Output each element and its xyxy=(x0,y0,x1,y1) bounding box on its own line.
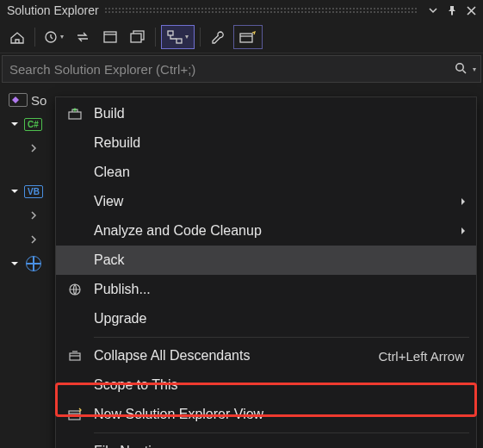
search-row: ▾ xyxy=(2,55,481,83)
properties-button[interactable] xyxy=(206,25,230,49)
menu-item-pack[interactable]: Pack xyxy=(56,246,476,275)
pin-icon[interactable] xyxy=(443,2,461,19)
window-button[interactable] xyxy=(98,25,122,49)
menu-separator xyxy=(94,432,469,433)
context-menu: Build Rebuild Clean View Analyze and Cod… xyxy=(55,96,477,448)
svg-rect-5 xyxy=(168,31,173,35)
svg-point-18 xyxy=(80,410,81,411)
csharp-badge-icon: C# xyxy=(24,118,42,131)
menu-label: Upgrade xyxy=(94,311,476,327)
vb-badge-icon: VB xyxy=(24,185,43,198)
menu-label: Collapse All Descendants xyxy=(94,348,378,364)
menu-item-scope[interactable]: Scope to This xyxy=(56,370,476,400)
svg-rect-1 xyxy=(104,32,116,42)
menu-separator xyxy=(94,337,469,338)
svg-rect-4 xyxy=(131,34,141,42)
expander-closed-icon[interactable] xyxy=(28,142,40,154)
menu-label: Rebuild xyxy=(94,135,476,151)
menu-item-rebuild[interactable]: Rebuild xyxy=(56,128,476,158)
menu-item-view[interactable]: View xyxy=(56,187,476,216)
caret-down-icon: ▾ xyxy=(60,33,64,40)
toolbar-separator xyxy=(155,28,156,47)
menu-item-file-nesting[interactable]: File Nesting xyxy=(56,437,476,448)
menu-label: File Nesting xyxy=(94,444,457,448)
menu-label: Pack xyxy=(94,252,476,268)
menu-item-upgrade[interactable]: Upgrade xyxy=(56,304,476,333)
menu-item-collapse[interactable]: Collapse All Descendants Ctrl+Left Arrow xyxy=(56,341,476,370)
menu-label: Build xyxy=(94,106,476,121)
svg-rect-11 xyxy=(69,112,81,119)
publish-icon xyxy=(56,283,94,296)
menu-label: Clean xyxy=(94,165,476,180)
svg-rect-6 xyxy=(176,39,182,43)
hierarchy-button[interactable]: ▾ xyxy=(161,25,195,49)
caret-down-icon: ▾ xyxy=(473,65,476,73)
search-icon[interactable]: ▾ xyxy=(449,62,480,76)
close-icon[interactable] xyxy=(462,2,480,19)
toolbar-separator xyxy=(200,28,201,47)
panel-title: Solution Explorer xyxy=(7,3,99,17)
expander-open-icon[interactable] xyxy=(9,185,21,197)
menu-label: Analyze and Code Cleanup xyxy=(94,223,457,239)
preview-button[interactable] xyxy=(233,25,263,49)
menu-label: Scope to This xyxy=(94,377,476,393)
sync-button[interactable] xyxy=(71,25,95,49)
submenu-arrow-icon xyxy=(457,227,476,235)
windows-button[interactable] xyxy=(126,25,150,49)
svg-rect-7 xyxy=(240,34,252,42)
svg-rect-13 xyxy=(70,353,80,360)
home-button[interactable] xyxy=(5,25,29,49)
solution-label: So xyxy=(31,93,46,108)
expander-closed-icon[interactable] xyxy=(28,209,40,221)
menu-label: View xyxy=(94,194,457,209)
svg-line-10 xyxy=(462,71,466,74)
toolbar-separator xyxy=(34,28,35,47)
history-button[interactable]: ▾ xyxy=(40,25,67,49)
menu-label: New Solution Explorer View xyxy=(94,407,476,422)
title-bar: Solution Explorer xyxy=(0,0,483,21)
menu-item-publish[interactable]: Publish... xyxy=(56,275,476,304)
new-view-icon xyxy=(56,408,94,421)
build-icon xyxy=(56,107,94,121)
solution-icon xyxy=(9,92,28,108)
menu-label: Publish... xyxy=(94,282,476,297)
title-grip[interactable] xyxy=(104,7,418,14)
expander-open-icon[interactable] xyxy=(9,258,21,270)
svg-rect-16 xyxy=(69,411,80,420)
menu-item-clean[interactable]: Clean xyxy=(56,158,476,187)
globe-icon xyxy=(24,256,43,271)
menu-shortcut: Ctrl+Left Arrow xyxy=(378,349,476,364)
caret-down-icon: ▾ xyxy=(185,33,189,40)
expander-closed-icon[interactable] xyxy=(28,233,40,246)
menu-item-new-solution-explorer-view[interactable]: New Solution Explorer View xyxy=(56,400,476,429)
collapse-icon xyxy=(56,350,94,362)
svg-point-9 xyxy=(455,64,462,71)
expander-open-icon[interactable] xyxy=(9,118,21,130)
submenu-arrow-icon xyxy=(457,197,476,206)
menu-item-analyze[interactable]: Analyze and Code Cleanup xyxy=(56,216,476,246)
toolbar: ▾ ▾ xyxy=(0,21,483,53)
search-input[interactable] xyxy=(3,62,449,77)
menu-item-build[interactable]: Build xyxy=(56,99,476,128)
window-menu-caret-icon[interactable] xyxy=(424,2,442,19)
